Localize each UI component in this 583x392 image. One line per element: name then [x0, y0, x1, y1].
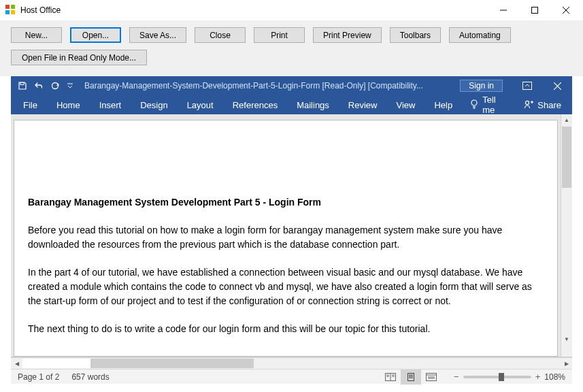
print-layout-icon[interactable]: [401, 370, 421, 385]
ribbon-tabs: File Home Insert Design Layout Reference…: [11, 95, 572, 114]
svg-point-5: [52, 83, 59, 89]
undo-icon[interactable]: [34, 81, 44, 91]
tab-references[interactable]: References: [223, 95, 287, 114]
zoom-control[interactable]: − + 108%: [454, 372, 565, 382]
save-icon[interactable]: [18, 81, 27, 91]
tab-mailings[interactable]: Mailings: [287, 95, 339, 114]
vertical-scrollbar[interactable]: ▲ ▼: [561, 114, 572, 357]
doc-paragraph: In the part 4 of our tutorial, we have e…: [28, 265, 544, 308]
status-bar: Page 1 of 2 657 words − + 108%: [11, 369, 572, 384]
scroll-down-icon[interactable]: ▼: [561, 333, 572, 345]
redo-icon[interactable]: [50, 81, 60, 91]
read-mode-icon[interactable]: [380, 370, 401, 385]
ribbon-display-options-icon[interactable]: [512, 76, 542, 95]
tab-insert[interactable]: Insert: [90, 95, 131, 114]
tell-me[interactable]: Tell me: [462, 95, 513, 114]
svg-rect-4: [20, 83, 24, 85]
tab-help[interactable]: Help: [424, 95, 462, 114]
tab-file[interactable]: File: [11, 95, 47, 114]
close-button[interactable]: [550, 0, 582, 20]
zoom-out-icon[interactable]: −: [454, 372, 459, 382]
horizontal-scrollbar[interactable]: ◀ ▶: [11, 357, 572, 369]
host-toolbar: New... Open... Save As... Close Print Pr…: [0, 20, 583, 76]
tab-home[interactable]: Home: [47, 95, 90, 114]
automating-button[interactable]: Automating: [449, 27, 511, 43]
sign-in-button[interactable]: Sign in: [460, 80, 503, 92]
scroll-thumb[interactable]: [90, 359, 254, 368]
share-icon: [524, 99, 533, 111]
zoom-slider[interactable]: [463, 376, 531, 378]
scroll-thumb[interactable]: [562, 127, 571, 188]
doc-heading: Barangay Management System Development P…: [28, 195, 544, 210]
lightbulb-icon: [470, 99, 478, 111]
open-button[interactable]: Open...: [70, 27, 121, 43]
tab-review[interactable]: Review: [339, 95, 387, 114]
host-titlebar: Host Office: [0, 0, 583, 20]
new-button[interactable]: New...: [11, 27, 62, 43]
svg-rect-22: [408, 373, 414, 380]
svg-point-10: [471, 100, 477, 105]
share-label: Share: [537, 100, 561, 110]
tab-design[interactable]: Design: [131, 95, 177, 114]
word-count[interactable]: 657 words: [71, 372, 109, 382]
zoom-in-icon[interactable]: +: [535, 372, 541, 382]
close-doc-button[interactable]: Close: [195, 27, 246, 43]
minimize-button[interactable]: [488, 0, 519, 20]
print-preview-button[interactable]: Print Preview: [313, 27, 382, 43]
host-title: Host Office: [20, 5, 488, 15]
toolbars-button[interactable]: Toolbars: [390, 27, 441, 43]
tab-view[interactable]: View: [386, 95, 424, 114]
svg-rect-1: [532, 7, 538, 14]
word-document-title: Barangay-Management-System-Development-P…: [80, 81, 460, 91]
doc-paragraph: The next thing to do is to write a code …: [28, 322, 544, 336]
document-page: Barangay Management System Development P…: [14, 120, 558, 357]
word-titlebar: Barangay-Management-System-Development-P…: [11, 76, 572, 95]
svg-point-13: [526, 101, 529, 104]
tab-layout[interactable]: Layout: [178, 95, 223, 114]
save-as-button[interactable]: Save As...: [129, 27, 186, 43]
doc-paragraph: Before you read this tutorial on how to …: [28, 223, 544, 252]
scroll-left-icon[interactable]: ◀: [11, 358, 22, 370]
scroll-up-icon[interactable]: ▲: [561, 114, 572, 126]
open-read-only-button[interactable]: Open File in Read Only Mode...: [11, 50, 147, 65]
qat-menu-icon[interactable]: [67, 82, 73, 89]
share-button[interactable]: Share: [513, 95, 572, 114]
zoom-level[interactable]: 108%: [544, 372, 565, 382]
scroll-right-icon[interactable]: ▶: [561, 358, 572, 370]
embedded-word: Barangay-Management-System-Development-P…: [11, 76, 572, 384]
web-layout-icon[interactable]: [421, 370, 442, 385]
page-indicator[interactable]: Page 1 of 2: [18, 372, 59, 382]
word-close-button[interactable]: [542, 76, 572, 95]
tell-me-label: Tell me: [482, 95, 505, 115]
app-icon: [5, 5, 16, 16]
print-button[interactable]: Print: [254, 27, 305, 43]
svg-rect-7: [523, 82, 532, 90]
maximize-button[interactable]: [519, 0, 550, 20]
document-viewport[interactable]: Barangay Management System Development P…: [11, 114, 561, 357]
